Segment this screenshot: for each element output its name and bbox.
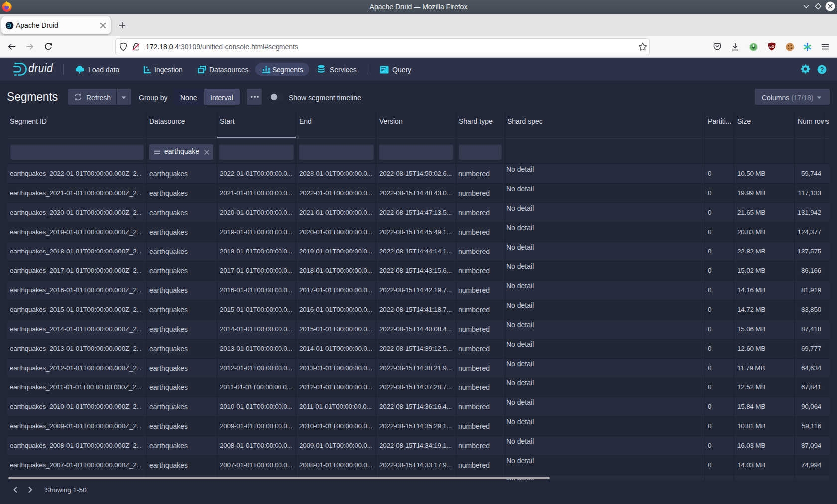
svg-text:?: ? — [820, 66, 824, 73]
svg-text:uO: uO — [769, 45, 774, 48]
